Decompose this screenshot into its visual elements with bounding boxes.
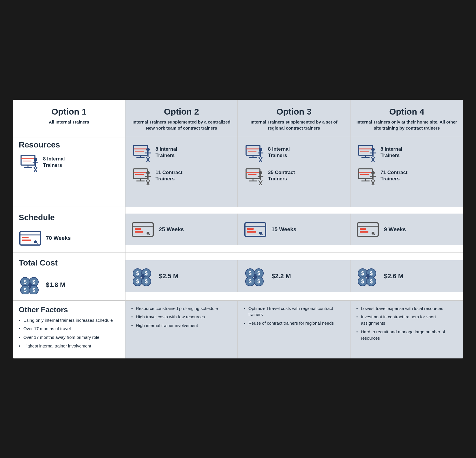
svg-line-69 (373, 157, 375, 160)
cost-value-4: $2.6 M (384, 272, 403, 280)
factors-list-4: Lowest travel expense with local resourc… (356, 305, 457, 341)
cost-value-2: $2.5 M (159, 272, 178, 280)
trainer-block-col3-contract: 35 ContractTrainers (244, 167, 344, 185)
schedule-icon-2 (131, 222, 154, 238)
svg-rect-24 (134, 169, 147, 179)
internal-trainer-icon-2 (131, 143, 151, 162)
svg-text:$: $ (24, 287, 27, 293)
schedule-col1: Schedule 70 Weeks (13, 207, 125, 252)
header-col2: Option 2 Internal Trainers supplemented … (125, 100, 238, 137)
svg-line-68 (371, 157, 373, 160)
factor-1-1: Using only internal trainers increases s… (19, 317, 119, 324)
svg-line-20 (146, 157, 148, 160)
option1-subtitle: All Internal Trainers (19, 119, 119, 125)
option2-title: Option 2 (131, 107, 232, 117)
money-icon-2: $ $ $ $ (131, 267, 154, 286)
svg-line-35 (148, 183, 149, 185)
svg-point-41 (259, 148, 262, 151)
svg-line-23 (148, 160, 149, 162)
svg-text:$: $ (145, 278, 148, 284)
svg-rect-105 (360, 231, 368, 233)
factor-2-2: High travel costs with few resources (131, 314, 232, 320)
svg-rect-99 (247, 231, 256, 233)
svg-point-29 (146, 171, 150, 175)
money-icon-1: $ $ $ $ (19, 276, 42, 294)
schedule-row: Schedule 70 Weeks (13, 207, 463, 253)
header-col4: Option 4 Internal Trainers only at their… (351, 100, 463, 137)
svg-line-33 (148, 180, 150, 183)
factors-list-2: Resource constrained prolonging schedule… (131, 305, 232, 329)
svg-line-71 (373, 160, 374, 162)
svg-text:$: $ (249, 278, 252, 284)
schedule-col3: 15 Weeks (238, 214, 351, 245)
schedule-weeks-2: 25 Weeks (159, 226, 184, 233)
svg-text:$: $ (32, 279, 35, 285)
factor-4-3: Hard to recruit and manage large number … (356, 329, 457, 341)
col2-internal-count: 8 InternalTrainers (155, 146, 177, 159)
resources-col4: 8 InternalTrainers 71 Contra (351, 137, 463, 207)
svg-line-47 (261, 160, 262, 162)
schedule-weeks-4: 9 Weeks (384, 226, 406, 233)
svg-point-5 (34, 158, 37, 161)
svg-rect-147 (367, 274, 369, 279)
schedule-icon-3 (244, 222, 267, 238)
svg-point-77 (371, 171, 375, 175)
svg-text:$: $ (136, 270, 139, 276)
svg-text:$: $ (249, 270, 252, 276)
svg-rect-12 (134, 145, 147, 155)
internal-trainer-icon-3 (244, 143, 264, 162)
resources-col1: Resources 8 I (13, 137, 125, 207)
cost-value-1: $1.8 M (46, 281, 65, 289)
internal-trainer-icon (19, 153, 39, 172)
svg-line-56 (259, 180, 261, 183)
cost-col4: $ $ $ $ $2.6 M (351, 260, 463, 292)
svg-line-8 (34, 167, 35, 170)
header-col3: Option 3 Internal Trainers supplemented … (238, 100, 351, 137)
factors-col3: Optimized travel costs with regional con… (238, 301, 351, 358)
svg-rect-36 (246, 145, 260, 155)
svg-rect-137 (254, 274, 256, 279)
cost-value-3: $2.2 M (271, 272, 291, 280)
svg-text:$: $ (257, 270, 260, 276)
svg-rect-60 (359, 145, 372, 155)
svg-rect-98 (247, 228, 254, 230)
svg-rect-127 (142, 274, 144, 279)
option4-subtitle: Internal Trainers only at their home sit… (356, 119, 457, 131)
svg-text:$: $ (361, 270, 364, 276)
factors-row: Other Factors Using only internal traine… (13, 301, 463, 358)
svg-text:$: $ (136, 278, 139, 284)
factor-2-3: High internal trainer involvement (131, 322, 232, 329)
svg-line-81 (373, 180, 375, 183)
contract-trainer-icon-4 (356, 167, 376, 185)
header-col1: Option 1 All Internal Trainers (13, 100, 125, 137)
schedule-col2: 25 Weeks (125, 214, 238, 245)
svg-line-11 (35, 170, 37, 172)
svg-line-83 (373, 183, 374, 185)
trainer-block-col2-internal: 8 InternalTrainers (131, 143, 232, 162)
schedule-weeks-1: 70 Weeks (46, 235, 71, 241)
factors-col1: Other Factors Using only internal traine… (13, 301, 125, 358)
factor-2-1: Resource constrained prolonging schedule (131, 305, 232, 312)
svg-line-9 (35, 167, 37, 170)
svg-text:$: $ (145, 270, 148, 276)
svg-line-21 (148, 157, 150, 160)
schedule-icon-4 (356, 222, 379, 238)
trainer-block-col4-contract: 71 ContractTrainers (356, 167, 457, 185)
money-icon-3: $ $ $ $ (244, 267, 267, 286)
svg-rect-48 (246, 169, 260, 179)
svg-line-59 (261, 183, 262, 185)
factor-1-4: Highest internal trainer involvement (19, 343, 119, 349)
col1-internal-count: 8 InternalTrainers (43, 156, 65, 169)
cost-col3: $ $ $ $ $2.2 M (238, 260, 351, 292)
factors-list-1: Using only internal trainers increases s… (19, 317, 119, 349)
resources-label: Resources (19, 140, 119, 149)
col3-internal-count: 8 InternalTrainers (268, 146, 290, 159)
svg-line-32 (146, 180, 148, 183)
option3-title: Option 3 (244, 107, 344, 117)
factors-col4: Lowest travel expense with local resourc… (351, 301, 463, 358)
schedule-label: Schedule (19, 213, 55, 222)
svg-rect-86 (22, 237, 29, 238)
cost-col1: Total Cost $ $ $ $ $1.8 M (13, 253, 125, 300)
factors-title-1: Other Factors (19, 305, 119, 314)
svg-rect-87 (22, 240, 31, 241)
